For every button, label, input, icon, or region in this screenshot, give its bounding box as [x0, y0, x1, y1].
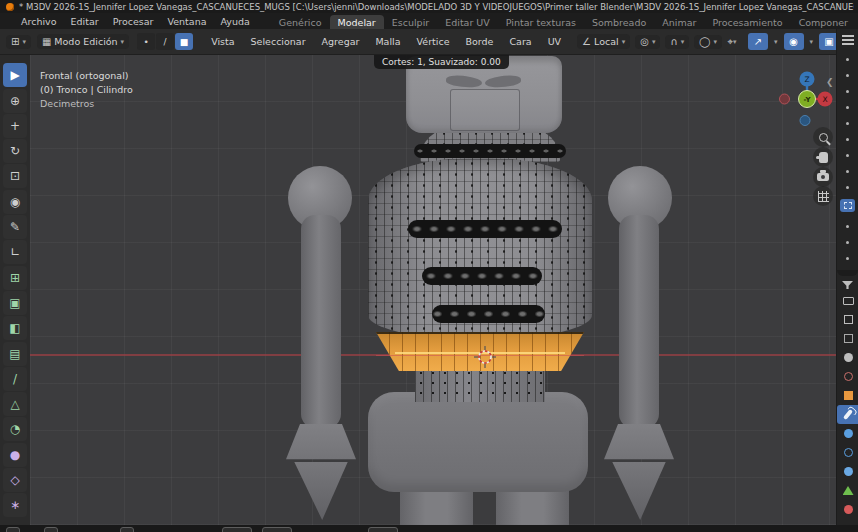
- model-left-cuff[interactable]: [286, 424, 356, 465]
- workspace-tab-sombreado[interactable]: Sombreado: [584, 15, 654, 30]
- workspace-tab-animar[interactable]: Animar: [654, 15, 704, 30]
- tab-particle-properties[interactable]: [837, 424, 858, 443]
- edge-select-button[interactable]: /: [156, 33, 174, 50]
- tab-view-layer-properties[interactable]: [837, 329, 858, 348]
- workspace-tab-esculpir[interactable]: Esculpir: [384, 15, 437, 30]
- workspace-tab-pintar-texturas[interactable]: Pintar texturas: [498, 15, 584, 30]
- tool-loop-cut[interactable]: ▤: [3, 342, 27, 366]
- editor-type-button[interactable]: ⊞ ▾: [6, 35, 31, 49]
- tool-transform[interactable]: ◉: [3, 190, 27, 214]
- outliner-item-dot[interactable]: [846, 170, 849, 173]
- menu-procesar[interactable]: Procesar: [106, 15, 161, 28]
- zoom-button[interactable]: [813, 127, 833, 147]
- model-left-arm[interactable]: [301, 215, 341, 428]
- model-mouth: [450, 89, 520, 131]
- model-torso-editmesh[interactable]: [368, 158, 592, 336]
- model-waist[interactable]: [415, 368, 545, 402]
- menu-editar[interactable]: Editar: [64, 15, 106, 28]
- viewport-menu-malla[interactable]: Malla: [367, 34, 408, 49]
- pan-button[interactable]: [813, 147, 833, 167]
- tool-edge-slide[interactable]: ◇: [3, 468, 27, 492]
- workspace-tab-editar-uv[interactable]: Editar UV: [437, 15, 498, 30]
- overlays-dropdown[interactable]: ▾: [810, 38, 814, 46]
- viewport-menu-cara[interactable]: Cara: [501, 34, 539, 49]
- sidebar-expand-arrow[interactable]: ❮: [826, 77, 834, 87]
- tab-modifier-properties[interactable]: [837, 405, 858, 424]
- viewport-menu-borde[interactable]: Borde: [458, 34, 502, 49]
- workspace-tab-modelar[interactable]: Modelar: [330, 15, 384, 30]
- outliner-icon[interactable]: [842, 35, 854, 45]
- proportional-edit-dropdown[interactable]: ◯ ▾: [694, 35, 722, 49]
- vertex-select-button[interactable]: •: [137, 33, 155, 50]
- viewport-menu-vista[interactable]: Vista: [203, 34, 242, 49]
- model-right-arm[interactable]: [619, 215, 659, 428]
- outliner-item-dot[interactable]: [846, 90, 849, 93]
- object-properties-icon: [844, 391, 853, 400]
- model-right-hand[interactable]: [610, 462, 668, 520]
- tab-object-properties[interactable]: [837, 386, 858, 405]
- outliner-item-dot[interactable]: [846, 106, 849, 109]
- outliner-item-dot[interactable]: [846, 257, 849, 260]
- tool-cursor[interactable]: ⊕: [3, 89, 27, 113]
- snap-dropdown[interactable]: ∩ ▾: [665, 35, 689, 49]
- model-left-hand[interactable]: [292, 462, 350, 520]
- tool-inset-faces[interactable]: ▣: [3, 291, 27, 315]
- show-overlays-toggle[interactable]: ◉: [784, 33, 804, 50]
- tab-material-properties[interactable]: [837, 500, 858, 519]
- outliner-item-dot[interactable]: [846, 186, 849, 189]
- outliner-item-dot[interactable]: [846, 241, 849, 244]
- filter-icon[interactable]: [842, 281, 853, 289]
- tool-shrink-fatten[interactable]: ∗: [3, 493, 27, 517]
- particle-properties-icon: [844, 429, 853, 438]
- workspace-tab-procesamiento[interactable]: Procesamiento: [704, 15, 790, 30]
- tab-output-properties[interactable]: [837, 310, 858, 329]
- tool-extrude-region[interactable]: ⊞: [3, 266, 27, 290]
- workspace-tab-componer[interactable]: Componer: [791, 15, 856, 30]
- model-hips[interactable]: [368, 392, 588, 492]
- transform-orientation-dropdown[interactable]: ∠ Local ▾: [577, 34, 630, 49]
- tool-rotate[interactable]: ↻: [3, 139, 27, 163]
- tool-spin[interactable]: ◔: [3, 417, 27, 441]
- menu-archivo[interactable]: Archivo: [14, 15, 64, 28]
- mode-dropdown[interactable]: ▦ Modo Edición ▾: [37, 34, 129, 49]
- outliner-item-dot[interactable]: [846, 154, 849, 157]
- menu-ayuda[interactable]: Ayuda: [214, 15, 257, 28]
- tab-world-properties[interactable]: [837, 367, 858, 386]
- mesh-data-icon: [844, 202, 852, 209]
- tab-render-properties[interactable]: [837, 291, 858, 310]
- menu-ventana[interactable]: Ventana: [160, 15, 213, 28]
- viewport-menu-agregar[interactable]: Agregar: [314, 34, 368, 49]
- tab-scene-properties[interactable]: [837, 348, 858, 367]
- model-right-cuff[interactable]: [604, 424, 674, 465]
- tool-bevel[interactable]: ◧: [3, 316, 27, 340]
- show-gizmo-toggle[interactable]: ↗: [748, 33, 768, 50]
- tool-poly-build[interactable]: △: [3, 392, 27, 416]
- gizmo-dropdown[interactable]: ▾: [774, 38, 778, 46]
- perspective-toggle-button[interactable]: [813, 186, 833, 206]
- tool-move[interactable]: +: [3, 114, 27, 138]
- tool-scale[interactable]: ⊡: [3, 164, 27, 188]
- face-select-button[interactable]: ■: [175, 33, 193, 50]
- object-visibility-dropdown[interactable]: ⌖▾: [722, 33, 742, 50]
- tool-smooth[interactable]: ●: [3, 443, 27, 467]
- outliner-item-dot[interactable]: [846, 122, 849, 125]
- outliner-active-item[interactable]: [840, 199, 855, 212]
- viewport-3d[interactable]: Frontal (ortogonal) (0) Tronco | Cilindr…: [30, 55, 836, 525]
- outliner-item-dot[interactable]: [846, 58, 849, 61]
- viewport-menu-uv[interactable]: UV: [540, 34, 569, 49]
- outliner-item-dot[interactable]: [846, 74, 849, 77]
- tab-data-properties[interactable]: [837, 481, 858, 500]
- tool-annotate[interactable]: ✎: [3, 215, 27, 239]
- workspace-tab-genérico[interactable]: Genérico: [271, 15, 330, 30]
- tab-physics-properties[interactable]: [837, 443, 858, 462]
- outliner-item-dot[interactable]: [846, 225, 849, 228]
- tool-select-box[interactable]: ▶: [3, 63, 27, 87]
- tool-measure[interactable]: ∟: [3, 240, 27, 264]
- pivot-point-dropdown[interactable]: ◎ ▾: [635, 35, 660, 49]
- viewport-menu-seleccionar[interactable]: Seleccionar: [243, 34, 314, 49]
- tool-knife[interactable]: /: [3, 367, 27, 391]
- tab-constraint-properties[interactable]: [837, 462, 858, 481]
- camera-view-button[interactable]: [813, 167, 833, 187]
- viewport-menu-vértice[interactable]: Vértice: [409, 34, 458, 49]
- outliner-item-dot[interactable]: [846, 138, 849, 141]
